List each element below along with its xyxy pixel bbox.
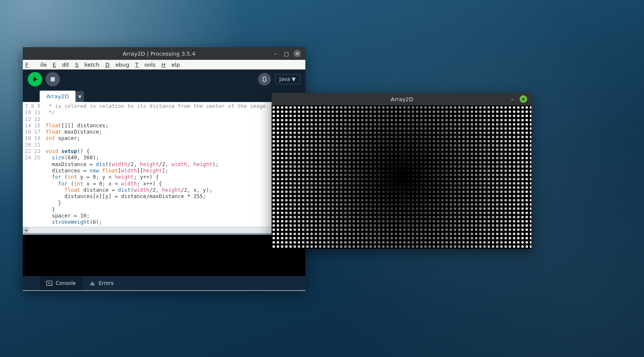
svg-point-887 xyxy=(323,165,326,168)
svg-point-540 xyxy=(428,140,431,142)
tab-errors[interactable]: ! Errors xyxy=(83,276,121,290)
code-area[interactable]: * is colored in relation to its distance… xyxy=(43,102,305,227)
svg-point-14 xyxy=(302,106,304,109)
menu-help[interactable]: Help xyxy=(162,62,180,68)
svg-point-1324 xyxy=(336,195,338,197)
svg-point-2033 xyxy=(450,241,452,244)
debugger-icon[interactable] xyxy=(258,73,271,86)
menu-edit[interactable]: Edit xyxy=(53,62,69,68)
svg-point-194 xyxy=(277,119,279,121)
svg-point-779 xyxy=(391,157,393,159)
svg-point-558 xyxy=(504,140,507,142)
svg-point-1129 xyxy=(298,182,300,185)
svg-point-1023 xyxy=(374,174,376,176)
output-close-icon[interactable]: ✕ xyxy=(520,95,527,103)
svg-point-260 xyxy=(294,123,296,126)
svg-point-1286 xyxy=(437,191,439,193)
svg-point-642 xyxy=(336,148,338,151)
stop-button[interactable] xyxy=(46,72,60,86)
svg-point-1233 xyxy=(475,186,477,189)
svg-point-328 xyxy=(319,127,321,130)
svg-point-16 xyxy=(310,106,313,109)
svg-point-296 xyxy=(445,123,448,126)
svg-point-566 xyxy=(277,144,279,147)
svg-point-2076 xyxy=(369,245,372,248)
svg-point-1394 xyxy=(369,199,372,201)
svg-point-2053 xyxy=(272,245,275,248)
svg-point-32 xyxy=(378,106,380,109)
tab-console[interactable]: >_ Console xyxy=(40,276,83,290)
svg-point-528 xyxy=(378,140,380,142)
svg-point-965 xyxy=(391,169,393,172)
svg-point-1840 xyxy=(420,228,423,231)
svg-point-1317 xyxy=(306,195,309,197)
code-editor[interactable]: 7 8 9 10 11 12 13 14 15 16 17 18 19 20 2… xyxy=(23,102,305,227)
maximize-icon[interactable]: ▢ xyxy=(283,50,290,57)
svg-point-1352 xyxy=(454,195,456,197)
svg-point-600 xyxy=(420,144,423,147)
tab-menu-icon[interactable]: ▼ xyxy=(75,91,84,102)
svg-point-843 xyxy=(399,161,401,164)
svg-point-1434 xyxy=(277,203,279,206)
close-icon[interactable]: ✕ xyxy=(294,50,301,57)
svg-point-1293 xyxy=(466,191,469,193)
svg-point-1671 xyxy=(492,216,494,218)
output-minimize-icon[interactable]: – xyxy=(509,95,516,103)
svg-point-386 xyxy=(302,132,304,134)
svg-point-1884 xyxy=(344,233,347,235)
svg-point-759 xyxy=(306,157,309,159)
svg-point-1406 xyxy=(420,199,423,201)
menu-debug[interactable]: Debug xyxy=(105,62,129,68)
svg-point-226 xyxy=(412,119,414,121)
svg-point-1590 xyxy=(412,212,414,214)
svg-point-92 xyxy=(369,110,372,113)
svg-point-426 xyxy=(471,132,473,134)
svg-point-2111 xyxy=(517,245,520,248)
svg-point-1161 xyxy=(433,182,435,185)
menu-tools[interactable]: Tools xyxy=(135,62,155,68)
svg-point-855 xyxy=(450,161,452,164)
svg-point-2006 xyxy=(336,241,338,244)
svg-point-1549 xyxy=(500,207,503,210)
svg-point-361 xyxy=(458,127,461,130)
svg-point-2079 xyxy=(382,245,385,248)
svg-point-1986 xyxy=(513,237,515,239)
menu-file[interactable]: File xyxy=(25,62,47,68)
scroll-left-icon[interactable]: ◄ xyxy=(23,227,29,233)
svg-point-415 xyxy=(424,132,427,134)
svg-point-336 xyxy=(353,127,355,130)
svg-point-641 xyxy=(331,148,334,151)
svg-point-1301 xyxy=(500,191,503,193)
svg-point-1397 xyxy=(382,199,385,201)
ide-titlebar[interactable]: Array2D | Processing 3.5.4 – ▢ ✕ xyxy=(23,47,305,60)
svg-point-1559 xyxy=(281,212,283,214)
svg-point-1710 xyxy=(395,220,397,223)
svg-point-191 xyxy=(525,115,528,117)
svg-point-446 xyxy=(294,136,296,138)
minimize-icon[interactable]: – xyxy=(272,50,279,57)
svg-point-518 xyxy=(336,140,338,142)
run-button[interactable] xyxy=(28,72,42,86)
menu-sketch[interactable]: Sketch xyxy=(75,62,100,68)
svg-point-1739 xyxy=(517,220,520,223)
svg-point-21 xyxy=(331,106,334,109)
svg-point-431 xyxy=(492,132,494,134)
svg-point-838 xyxy=(378,161,380,164)
output-titlebar[interactable]: Array2D – ✕ xyxy=(272,93,531,105)
svg-point-1843 xyxy=(433,228,435,231)
svg-point-1911 xyxy=(458,233,461,235)
svg-point-650 xyxy=(369,148,372,151)
svg-point-1862 xyxy=(513,228,515,231)
svg-point-1017 xyxy=(348,174,351,176)
svg-point-1552 xyxy=(513,207,515,210)
svg-point-1756 xyxy=(327,224,330,227)
mode-selector[interactable]: Java ▼ xyxy=(275,74,300,84)
horizontal-scrollbar[interactable]: ◄ ► xyxy=(23,227,305,233)
svg-point-290 xyxy=(420,123,423,126)
svg-point-94 xyxy=(378,110,380,113)
sketch-tab[interactable]: Array2D xyxy=(40,91,75,102)
svg-point-810 xyxy=(521,157,524,159)
svg-point-1980 xyxy=(488,237,490,239)
svg-point-1061 xyxy=(272,178,275,180)
svg-point-695 xyxy=(298,153,300,155)
